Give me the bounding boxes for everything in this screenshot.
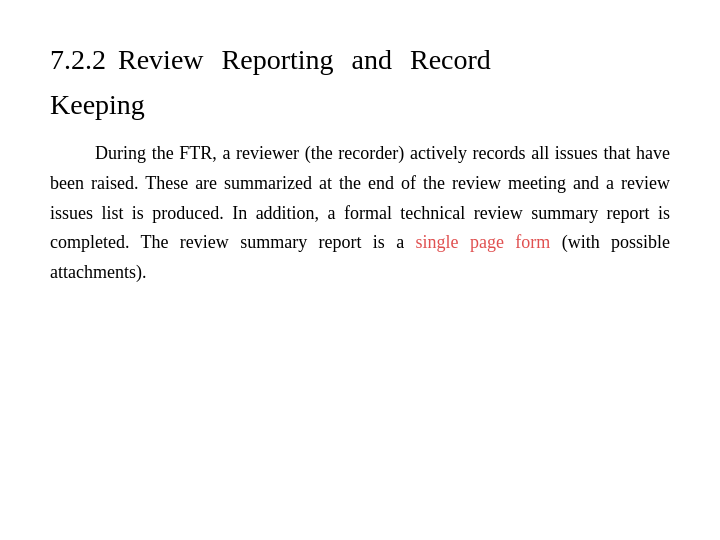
heading-line: 7.2.2 Review Reporting and Record	[50, 40, 670, 79]
section-number: 7.2.2	[50, 40, 106, 79]
heading-reporting: Reporting	[222, 40, 334, 79]
heading-and: and	[352, 40, 392, 79]
heading-record: Record	[410, 40, 491, 79]
heading-keeping: Keeping	[50, 89, 670, 121]
link-text[interactable]: single page form	[416, 232, 551, 252]
page-container: 7.2.2 Review Reporting and Record Keepin…	[0, 0, 720, 540]
body-paragraph: During the FTR, a reviewer (the recorder…	[50, 139, 670, 287]
heading-review: Review	[118, 40, 204, 79]
paragraph-indent-space	[50, 143, 95, 163]
paragraph-sentence1: During the FTR, a reviewer (the recorder…	[95, 143, 525, 163]
